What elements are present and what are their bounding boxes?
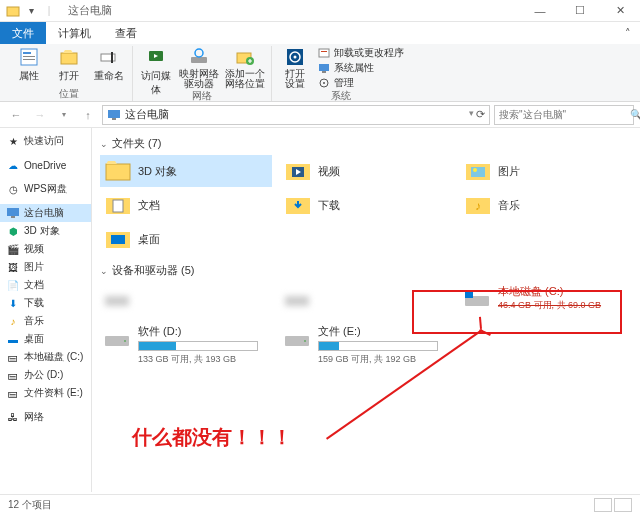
search-icon[interactable]: 🔍 xyxy=(630,109,640,120)
folder-video-icon xyxy=(284,157,312,185)
svg-rect-46 xyxy=(465,290,473,298)
properties-button[interactable]: 属性 xyxy=(12,46,46,83)
drive-icon xyxy=(282,324,312,354)
nav-back-button[interactable]: ← xyxy=(6,105,26,125)
sidebar-onedrive[interactable]: ☁OneDrive xyxy=(0,156,91,174)
system-properties-button[interactable]: 系统属性 xyxy=(318,61,404,75)
group-network-label: 网络 xyxy=(192,89,212,103)
address-dropdown-icon[interactable]: ▾ xyxy=(469,108,474,121)
svg-rect-5 xyxy=(61,53,77,64)
tab-file[interactable]: 文件 xyxy=(0,22,46,44)
status-item-count: 12 个项目 xyxy=(8,498,52,512)
drive-free: 133 GB 可用, 共 193 GB xyxy=(138,353,270,366)
sidebar-this-pc[interactable]: 这台电脑 xyxy=(0,204,91,222)
drive-usage-bar xyxy=(318,341,438,351)
chevron-down-icon: ⌄ xyxy=(100,139,108,149)
video-icon: 🎬 xyxy=(6,242,20,256)
drive-item[interactable] xyxy=(280,282,452,316)
sidebar-network[interactable]: 🖧网络 xyxy=(0,408,91,426)
svg-point-23 xyxy=(323,82,325,84)
folder-3d-icon xyxy=(104,157,132,185)
sidebar-wps[interactable]: ◷WPS网盘 xyxy=(0,180,91,198)
svg-marker-29 xyxy=(106,161,117,164)
drives-section-header[interactable]: ⌄设备和驱动器 (5) xyxy=(100,263,632,278)
svg-point-50 xyxy=(304,340,306,342)
folder-item[interactable]: ♪音乐 xyxy=(460,189,632,221)
drive-item[interactable] xyxy=(100,282,272,316)
maximize-button[interactable]: ☐ xyxy=(560,0,600,22)
tab-view[interactable]: 查看 xyxy=(103,22,149,44)
window-title: 这台电脑 xyxy=(68,3,112,18)
drive-icon xyxy=(102,284,132,314)
search-input[interactable] xyxy=(499,109,626,120)
sidebar: ★快速访问 ☁OneDrive ◷WPS网盘 这台电脑 ⬢3D 对象 🎬视频 🖼… xyxy=(0,128,92,492)
sidebar-item[interactable]: ⬇下载 xyxy=(0,294,91,312)
svg-rect-24 xyxy=(108,110,120,118)
rename-button[interactable]: 重命名 xyxy=(92,46,126,83)
drive-item-e[interactable]: 文件 (E:)159 GB 可用, 共 192 GB xyxy=(280,322,452,368)
svg-rect-34 xyxy=(471,167,485,177)
add-network-location-button[interactable]: 添加一个 网络位置 xyxy=(225,46,265,89)
drive-name: 软件 (D:) xyxy=(138,324,270,339)
folder-desktop-icon xyxy=(104,225,132,253)
content-pane: ⌄文件夹 (7) 3D 对象 视频 图片 文档 下载 ♪音乐 桌面 ⌄设备和驱动… xyxy=(92,128,640,492)
explorer-icon xyxy=(6,4,20,18)
sidebar-item[interactable]: ▬桌面 xyxy=(0,330,91,348)
drive-icon xyxy=(102,324,132,354)
minimize-button[interactable]: — xyxy=(520,0,560,22)
wps-icon: ◷ xyxy=(6,182,20,196)
sidebar-item[interactable]: 🖴办公 (D:) xyxy=(0,366,91,384)
nav-forward-button[interactable]: → xyxy=(30,105,50,125)
picture-icon: 🖼 xyxy=(6,260,20,274)
download-icon: ⬇ xyxy=(6,296,20,310)
folders-section-header[interactable]: ⌄文件夹 (7) xyxy=(100,136,632,151)
access-media-button[interactable]: 访问媒体 xyxy=(139,46,173,97)
folder-item[interactable]: 文档 xyxy=(100,189,272,221)
drive-item-c[interactable]: 本地磁盘 (C:)46.4 GB 可用, 共 69.0 GB xyxy=(460,282,632,316)
manage-button[interactable]: 管理 xyxy=(318,76,404,90)
ribbon-expand-icon[interactable]: ˄ xyxy=(616,22,640,44)
view-details-button[interactable] xyxy=(594,498,612,512)
map-drive-button[interactable]: 映射网络 驱动器 xyxy=(179,46,219,89)
sidebar-item[interactable]: 📄文档 xyxy=(0,276,91,294)
refresh-icon[interactable]: ⟳ xyxy=(476,108,485,121)
open-settings-button[interactable]: 打开 设置 xyxy=(278,46,312,89)
folder-item[interactable]: 图片 xyxy=(460,155,632,187)
sidebar-item[interactable]: 🖼图片 xyxy=(0,258,91,276)
close-button[interactable]: ✕ xyxy=(600,0,640,22)
svg-text:♪: ♪ xyxy=(475,199,481,213)
svg-rect-3 xyxy=(23,56,35,57)
sidebar-item[interactable]: 🎬视频 xyxy=(0,240,91,258)
sidebar-item[interactable]: 🖴文件资料 (E:) xyxy=(0,384,91,402)
svg-rect-21 xyxy=(322,71,326,73)
view-icons-button[interactable] xyxy=(614,498,632,512)
uninstall-programs-button[interactable]: 卸载或更改程序 xyxy=(318,46,404,60)
sidebar-item[interactable]: ⬢3D 对象 xyxy=(0,222,91,240)
desktop-icon: ▬ xyxy=(6,332,20,346)
drive-item-d[interactable]: 软件 (D:)133 GB 可用, 共 193 GB xyxy=(100,322,272,368)
nav-up-button[interactable]: ↑ xyxy=(78,105,98,125)
address-bar[interactable]: 这台电脑 ▾ ⟳ xyxy=(102,105,490,125)
svg-rect-4 xyxy=(23,59,35,60)
sidebar-quick-access[interactable]: ★快速访问 xyxy=(0,132,91,150)
sidebar-item[interactable]: ♪音乐 xyxy=(0,312,91,330)
pc-icon xyxy=(107,108,121,122)
sidebar-item[interactable]: 🖴本地磁盘 (C:) xyxy=(0,348,91,366)
svg-rect-2 xyxy=(23,52,31,54)
folder-item[interactable]: 下载 xyxy=(280,189,452,221)
cloud-icon: ☁ xyxy=(6,158,20,172)
svg-rect-19 xyxy=(321,51,327,52)
search-box[interactable]: 🔍 xyxy=(494,105,634,125)
drive-icon: 🖴 xyxy=(6,386,20,400)
svg-rect-11 xyxy=(191,57,207,63)
folder-item[interactable]: 3D 对象 xyxy=(100,155,272,187)
folder-item[interactable]: 桌面 xyxy=(100,223,272,255)
nav-recent-button[interactable]: ▾ xyxy=(54,105,74,125)
open-button[interactable]: 打开 xyxy=(52,46,86,83)
tab-computer[interactable]: 计算机 xyxy=(46,22,103,44)
qat-dropdown-icon[interactable]: ▾ xyxy=(24,4,38,18)
address-crumb[interactable]: 这台电脑 xyxy=(125,107,169,122)
drive-icon: 🖴 xyxy=(6,350,20,364)
folder-item[interactable]: 视频 xyxy=(280,155,452,187)
svg-rect-42 xyxy=(111,235,125,244)
